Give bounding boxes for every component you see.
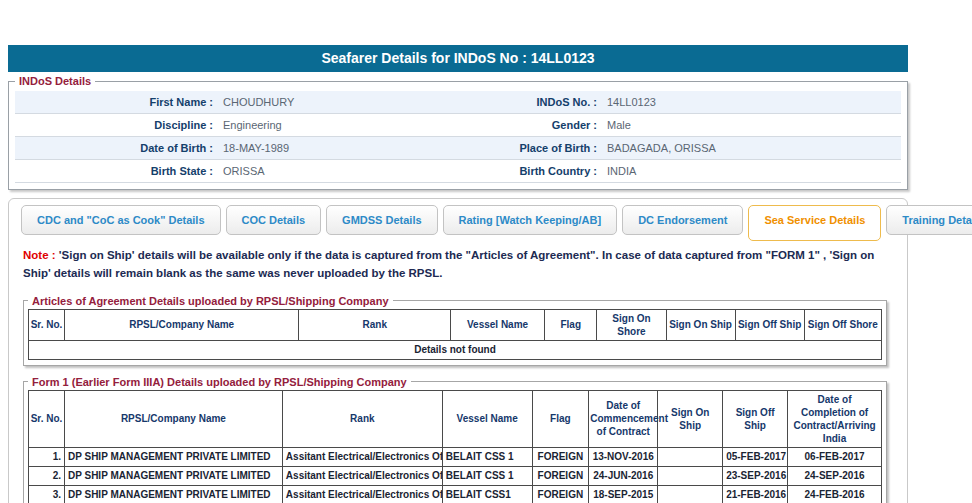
field-label: First Name : xyxy=(15,96,219,108)
indos-row: Discipline :EngineeringGender :Male xyxy=(15,114,901,137)
form1-legend: Form 1 (Earlier Form IIIA) Details uploa… xyxy=(28,376,411,388)
page-title: Seafarer Details for INDoS No : 14LL0123 xyxy=(8,45,908,72)
field-label: Discipline : xyxy=(15,119,219,131)
indos-row: Birth State :ORISSABirth Country :INDIA xyxy=(15,160,901,183)
cell-commencement: 13-NOV-2016 xyxy=(589,447,658,466)
column-header-flag: Flag xyxy=(544,309,597,340)
field-label: Place of Birth : xyxy=(461,142,603,154)
indos-rows: First Name :CHOUDHURYINDoS No. :14LL0123… xyxy=(15,91,901,183)
column-header-rank: Rank xyxy=(282,390,442,447)
table-row: 1.DP SHIP MANAGEMENT PRIVATE LIMITEDAssi… xyxy=(29,447,882,466)
cell-completion: 06-FEB-2017 xyxy=(788,447,882,466)
tab-dc-endorsement[interactable]: DC Endorsement xyxy=(622,205,743,235)
articles-table: Sr. No.RPSL/Company NameRankVessel NameF… xyxy=(28,309,882,360)
note-text: Note : 'Sign on Ship' details will be av… xyxy=(23,247,891,283)
column-header-vessel-name: Vessel Name xyxy=(451,309,545,340)
column-header-rpsl-company-name: RPSL/Company Name xyxy=(64,390,282,447)
page-container: Seafarer Details for INDoS No : 14LL0123… xyxy=(8,45,908,503)
tab-content-panel: CDC and "CoC as Cook" DetailsCOC Details… xyxy=(8,198,908,503)
column-header-sign-off-ship: Sign Off Ship xyxy=(735,309,804,340)
cell-sign-off-ship: 21-FEB-2016 xyxy=(723,485,788,503)
tab-cdc-and-coc-as-cook-details[interactable]: CDC and "CoC as Cook" Details xyxy=(21,205,221,235)
field-value: INDIA xyxy=(603,165,901,177)
form1-body: 1.DP SHIP MANAGEMENT PRIVATE LIMITEDAssi… xyxy=(29,447,882,503)
cell-commencement: 24-JUN-2016 xyxy=(589,466,658,485)
cell-flag: FOREIGN xyxy=(532,466,589,485)
articles-legend: Articles of Agreement Details uploaded b… xyxy=(28,295,393,307)
column-header-sign-on-ship: Sign On Ship xyxy=(666,309,735,340)
field-value: 14LL0123 xyxy=(603,96,901,108)
field-label: Date of Birth : xyxy=(15,142,219,154)
cell-sr: 2. xyxy=(29,466,65,485)
column-header-date-of-commencement-of-contract: Date of Commencement of Contract xyxy=(589,390,658,447)
column-header-rpsl-company-name: RPSL/Company Name xyxy=(64,309,298,340)
field-value: Male xyxy=(603,119,901,131)
tab-gmdss-details[interactable]: GMDSS Details xyxy=(326,205,437,235)
cell-rank: Assitant Electrical/Electronics Officer xyxy=(282,447,442,466)
column-header-rank: Rank xyxy=(299,309,451,340)
cell-company: DP SHIP MANAGEMENT PRIVATE LIMITED xyxy=(64,485,282,503)
cell-flag: FOREIGN xyxy=(532,447,589,466)
cell-sign-on-ship xyxy=(658,485,723,503)
field-value: BADAGADA, ORISSA xyxy=(603,142,901,154)
indos-row: Date of Birth :18-MAY-1989Place of Birth… xyxy=(15,137,901,160)
field-label: Birth State : xyxy=(15,165,219,177)
table-row: 3.DP SHIP MANAGEMENT PRIVATE LIMITEDAssi… xyxy=(29,485,882,503)
column-header-sign-off-shore: Sign Off Shore xyxy=(804,309,881,340)
column-header-sign-on-shore: Sign On Shore xyxy=(597,309,666,340)
tab-training-details[interactable]: Training Details xyxy=(886,205,972,235)
tab-coc-details[interactable]: COC Details xyxy=(226,205,322,235)
cell-company: DP SHIP MANAGEMENT PRIVATE LIMITED xyxy=(64,447,282,466)
tab-sea-service-details[interactable]: Sea Service Details xyxy=(748,205,881,241)
cell-flag: FOREIGN xyxy=(532,485,589,503)
column-header-sign-off-ship: Sign Off Ship xyxy=(723,390,788,447)
table-row: 2.DP SHIP MANAGEMENT PRIVATE LIMITEDAssi… xyxy=(29,466,882,485)
field-value: Engineering xyxy=(219,119,461,131)
cell-sign-off-ship: 23-SEP-2016 xyxy=(723,466,788,485)
tab-rating-watch-keeping-ab[interactable]: Rating [Watch Keeping/AB] xyxy=(443,205,618,235)
field-value: 18-MAY-1989 xyxy=(219,142,461,154)
cell-sign-off-ship: 05-FEB-2017 xyxy=(723,447,788,466)
column-header-vessel-name: Vessel Name xyxy=(442,390,532,447)
cell-sr: 3. xyxy=(29,485,65,503)
cell-rank: Assitant Electrical/Electronics Officer xyxy=(282,485,442,503)
note-body: 'Sign on Ship' details will be available… xyxy=(23,249,874,279)
column-header-sr-no: Sr. No. xyxy=(29,309,65,340)
note-prefix: Note : xyxy=(23,249,56,261)
cell-sr: 1. xyxy=(29,447,65,466)
articles-header-row: Sr. No.RPSL/Company NameRankVessel NameF… xyxy=(29,309,882,340)
cell-sign-on-ship xyxy=(658,447,723,466)
cell-sign-on-ship xyxy=(658,466,723,485)
field-value: ORISSA xyxy=(219,165,461,177)
cell-completion: 24-FEB-2016 xyxy=(788,485,882,503)
articles-of-agreement-fieldset: Articles of Agreement Details uploaded b… xyxy=(23,295,887,366)
tab-bar: CDC and "CoC as Cook" DetailsCOC Details… xyxy=(21,205,897,235)
indos-row: First Name :CHOUDHURYINDoS No. :14LL0123 xyxy=(15,91,901,114)
indos-details-legend: INDoS Details xyxy=(15,75,95,87)
form1-header-row: Sr. No.RPSL/Company NameRankVessel NameF… xyxy=(29,390,882,447)
column-header-flag: Flag xyxy=(532,390,589,447)
cell-vessel: BELAIT CSS 1 xyxy=(442,447,532,466)
cell-company: DP SHIP MANAGEMENT PRIVATE LIMITED xyxy=(64,466,282,485)
cell-completion: 24-SEP-2016 xyxy=(788,466,882,485)
indos-details-fieldset: INDoS Details First Name :CHOUDHURYINDoS… xyxy=(8,75,908,190)
cell-vessel: BELAIT CSS 1 xyxy=(442,466,532,485)
articles-empty-row: Details not found xyxy=(29,340,882,359)
cell-rank: Assitant Electrical/Electronics Officer xyxy=(282,466,442,485)
field-label: INDoS No. : xyxy=(461,96,603,108)
column-header-sr-no: Sr. No. xyxy=(29,390,65,447)
form1-table: Sr. No.RPSL/Company NameRankVessel NameF… xyxy=(28,390,882,503)
details-not-found-message: Details not found xyxy=(29,340,882,359)
cell-vessel: BELAIT CSS1 xyxy=(442,485,532,503)
cell-commencement: 18-SEP-2015 xyxy=(589,485,658,503)
form1-fieldset: Form 1 (Earlier Form IIIA) Details uploa… xyxy=(23,376,887,503)
column-header-date-of-completion-of-contract-arriving-india: Date of Completion of Contract/Arriving … xyxy=(788,390,882,447)
field-label: Birth Country : xyxy=(461,165,603,177)
field-value: CHOUDHURY xyxy=(219,96,461,108)
field-label: Gender : xyxy=(461,119,603,131)
